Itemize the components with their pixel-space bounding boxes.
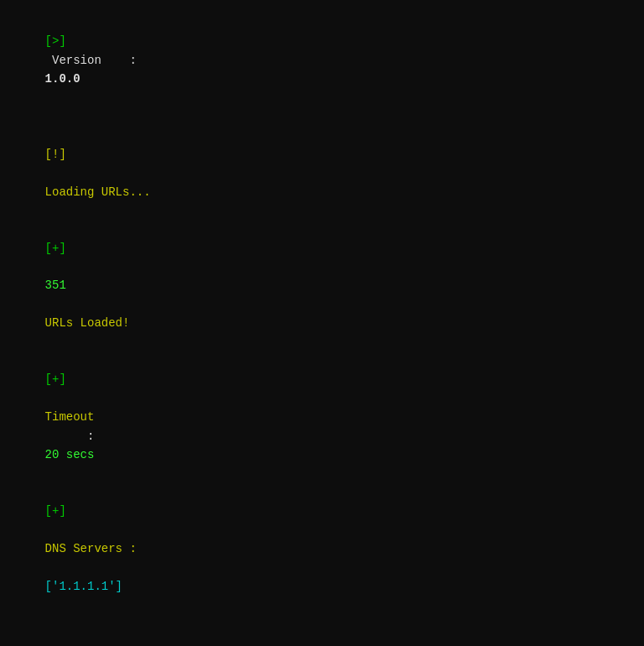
version-label: Version : bbox=[45, 54, 144, 67]
urls-space bbox=[45, 260, 52, 274]
dns-label: DNS Servers : bbox=[45, 542, 137, 555]
dns-bracket: [+] bbox=[45, 504, 66, 518]
loading-label: Loading URLs... bbox=[45, 185, 151, 199]
timeout-value: 20 secs bbox=[45, 448, 95, 461]
dns-space bbox=[45, 524, 52, 537]
loading-line: [!] Loading URLs... bbox=[17, 126, 627, 220]
version-value: 1.0.0 bbox=[45, 72, 80, 86]
urls-bracket: [+] bbox=[45, 242, 66, 255]
timeout-bracket: [+] bbox=[45, 372, 66, 386]
dns-space2 bbox=[45, 560, 52, 574]
urls-loaded-text: URLs Loaded! bbox=[45, 316, 130, 330]
terminal-output: [>] Version : 1.0.0 [!] Loading URLs... … bbox=[17, 13, 627, 646]
dns-line: [+] DNS Servers : ['1.1.1.1'] bbox=[17, 483, 627, 615]
version-bracket: [>] bbox=[45, 34, 66, 48]
urls-loaded-line: [+] 351 URLs Loaded! bbox=[17, 220, 627, 352]
target-line: [+] Target : adam bbox=[17, 633, 627, 646]
timeout-label bbox=[45, 392, 52, 405]
dns-value: ['1.1.1.1'] bbox=[45, 580, 122, 593]
urls-count: 351 bbox=[45, 279, 66, 292]
timeout-colon: : bbox=[45, 430, 101, 443]
loading-bracket: [!] bbox=[45, 148, 66, 161]
timeout-line: [+] Timeout : 20 secs bbox=[17, 352, 627, 483]
version-line: [>] Version : 1.0.0 bbox=[17, 13, 627, 107]
urls-text bbox=[45, 298, 52, 311]
timeout-word: Timeout bbox=[45, 410, 95, 424]
loading-text bbox=[45, 166, 52, 180]
